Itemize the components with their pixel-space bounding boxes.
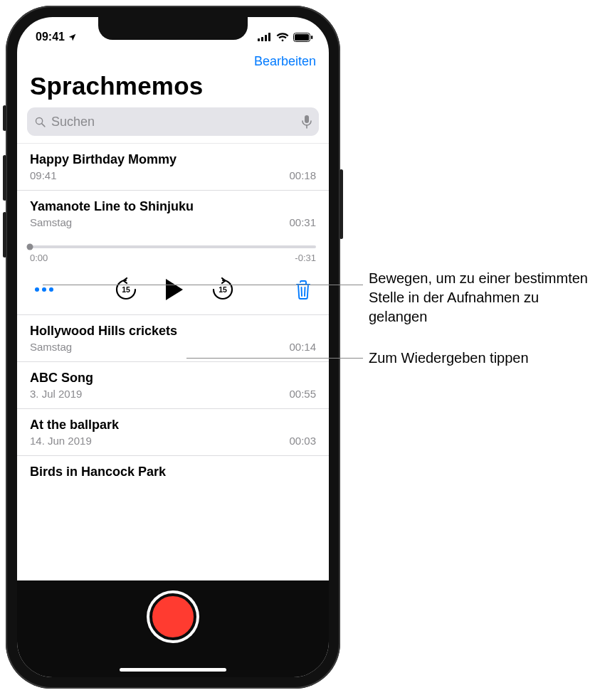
memo-row[interactable]: Birds in Hancock Park xyxy=(17,456,329,484)
edit-button[interactable]: Bearbeiten xyxy=(254,54,316,69)
more-icon[interactable] xyxy=(34,287,54,292)
back-15-icon[interactable]: 15 xyxy=(114,277,138,302)
memo-duration: 00:55 xyxy=(289,388,316,400)
memo-row[interactable]: Hollywood Hills crickets Samstag 00:14 xyxy=(17,315,329,362)
search-icon xyxy=(34,116,46,128)
svg-text:15: 15 xyxy=(122,285,130,294)
record-bar xyxy=(17,580,329,677)
memo-subtitle: 09:41 xyxy=(30,169,57,181)
memo-row[interactable]: ABC Song 3. Jul 2019 00:55 xyxy=(17,362,329,409)
memo-row[interactable]: Happy Birthday Mommy 09:41 00:18 xyxy=(17,143,329,191)
svg-point-13 xyxy=(49,287,53,292)
record-button[interactable] xyxy=(149,593,196,640)
svg-line-17 xyxy=(305,287,305,296)
memo-duration: 00:14 xyxy=(289,341,316,353)
status-time: 09:41 xyxy=(36,31,65,43)
callout-leader xyxy=(186,358,363,359)
page-title: Sprachmemos xyxy=(17,70,329,107)
nav-bar: Bearbeiten xyxy=(17,50,329,70)
memo-title: Birds in Hancock Park xyxy=(30,465,316,479)
scrubber-track xyxy=(30,245,316,248)
svg-rect-6 xyxy=(311,36,312,39)
svg-point-11 xyxy=(35,287,39,292)
search-input[interactable] xyxy=(51,115,297,129)
home-indicator[interactable] xyxy=(120,668,226,672)
memo-title: Hollywood Hills crickets xyxy=(30,324,316,339)
memo-duration: 00:18 xyxy=(289,169,316,181)
memo-title: Yamanote Line to Shinjuku xyxy=(30,199,316,214)
memo-title: At the ballpark xyxy=(30,418,316,433)
location-icon xyxy=(68,33,77,42)
memo-duration: 00:31 xyxy=(289,216,316,228)
memo-title: ABC Song xyxy=(30,371,316,386)
search-field[interactable] xyxy=(27,107,319,136)
playback-controls: 15 15 xyxy=(17,263,329,315)
svg-line-8 xyxy=(42,123,45,126)
phone-frame: 09:41 xyxy=(6,6,340,689)
play-icon[interactable] xyxy=(164,277,185,302)
memo-subtitle: Samstag xyxy=(30,341,72,353)
cellular-icon xyxy=(258,33,272,41)
side-button xyxy=(3,212,6,258)
scrubber-position: 0:00 xyxy=(30,253,48,263)
scrubber-thumb[interactable] xyxy=(27,244,33,250)
svg-rect-1 xyxy=(261,37,263,41)
memo-title: Happy Birthday Mommy xyxy=(30,152,316,167)
side-button xyxy=(340,169,343,239)
callout-leader xyxy=(43,285,363,285)
callout-play: Zum Wiedergeben tippen xyxy=(369,349,596,368)
svg-rect-3 xyxy=(268,33,270,41)
memo-subtitle: Samstag xyxy=(30,216,72,228)
svg-rect-0 xyxy=(258,38,260,41)
screen: 09:41 xyxy=(17,17,329,677)
svg-line-16 xyxy=(302,287,302,296)
memo-subtitle: 3. Jul 2019 xyxy=(30,388,82,400)
svg-rect-9 xyxy=(305,115,309,123)
notch xyxy=(98,17,248,40)
scrubber[interactable] xyxy=(30,245,316,248)
side-button xyxy=(3,105,6,131)
memo-list: Happy Birthday Mommy 09:41 00:18 Yamanot… xyxy=(17,143,329,484)
dictation-icon[interactable] xyxy=(302,115,312,129)
memo-duration: 00:03 xyxy=(289,435,316,447)
memo-row[interactable]: At the ballpark 14. Jun 2019 00:03 xyxy=(17,409,329,456)
memo-subtitle: 14. Jun 2019 xyxy=(30,435,92,447)
svg-rect-5 xyxy=(295,34,309,41)
svg-text:15: 15 xyxy=(219,285,227,294)
battery-icon xyxy=(293,33,313,42)
memo-row-selected[interactable]: Yamanote Line to Shinjuku Samstag 00:31 xyxy=(17,191,329,233)
svg-point-12 xyxy=(42,287,46,292)
side-button xyxy=(3,155,6,201)
callout-scrub: Bewegen, um zu einer bestimmten Stelle i… xyxy=(369,269,596,327)
scrubber-times: 0:00 -0:31 xyxy=(30,253,316,263)
fwd-15-icon[interactable]: 15 xyxy=(211,277,235,302)
trash-icon[interactable] xyxy=(295,280,312,299)
wifi-icon xyxy=(276,33,289,42)
svg-rect-2 xyxy=(265,35,267,41)
scrubber-remaining: -0:31 xyxy=(295,253,316,263)
